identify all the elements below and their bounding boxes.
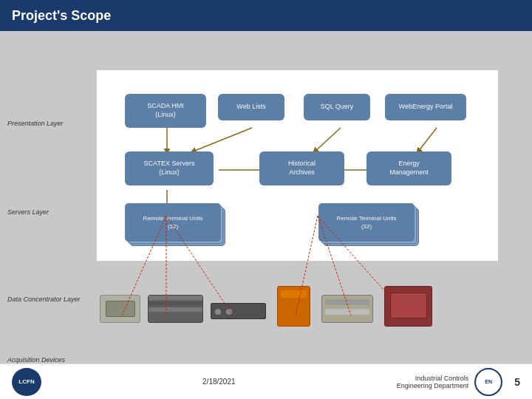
- device-1: [100, 295, 140, 323]
- content-area: Presentation Layer Servers Layer Data Co…: [0, 31, 532, 364]
- svg-line-7: [418, 128, 437, 151]
- node-sql-query: SQL Query: [304, 94, 370, 120]
- layer-servers-label: Servers Layer: [7, 208, 49, 216]
- node-web-energy-portal: WebEnergy Portal: [385, 94, 466, 120]
- svg-line-3: [193, 128, 252, 151]
- node-web-lists: Web Lists: [218, 94, 284, 120]
- layer-presentation-label: Presentation Layer: [7, 120, 64, 127]
- device-3: [211, 303, 266, 319]
- node-energy-management: Energy Management: [366, 151, 451, 185]
- svg-line-6: [315, 128, 341, 151]
- footer: LCFN 2/18/2021 Industrial Controls Engin…: [0, 364, 532, 399]
- node-scada-hmi: SCADA HMI (Linux): [125, 94, 206, 128]
- footer-logo-right: EN: [474, 368, 502, 396]
- device-2: [148, 295, 203, 323]
- title-bar: Project's Scope: [0, 0, 532, 31]
- layer-acquisition-label: Acquisition Devices: [7, 356, 65, 364]
- slide: Project's Scope Presentation Layer Serve…: [0, 0, 532, 399]
- footer-date: 2/18/2021: [202, 378, 236, 386]
- layer-data-concentrator-label: Data Concentrator Layer: [7, 296, 81, 303]
- node-historical-archives: Historical Archives: [259, 151, 344, 185]
- device-4: [277, 286, 310, 327]
- diagram-box: SCADA HMI (Linux) Web Lists SQL Query We…: [96, 69, 499, 262]
- page-number: 5: [514, 376, 520, 388]
- device-6: [384, 286, 432, 327]
- footer-dept: Industrial Controls Engineering Departme…: [397, 375, 469, 389]
- slide-title: Project's Scope: [12, 8, 111, 24]
- footer-logo-left: LCFN: [12, 368, 41, 396]
- device-5: [321, 295, 373, 323]
- node-scatex-servers: SCATEX Servers (Linux): [125, 151, 214, 185]
- footer-right: Industrial Controls Engineering Departme…: [397, 368, 520, 396]
- diagram-inner: SCADA HMI (Linux) Web Lists SQL Query We…: [97, 70, 498, 261]
